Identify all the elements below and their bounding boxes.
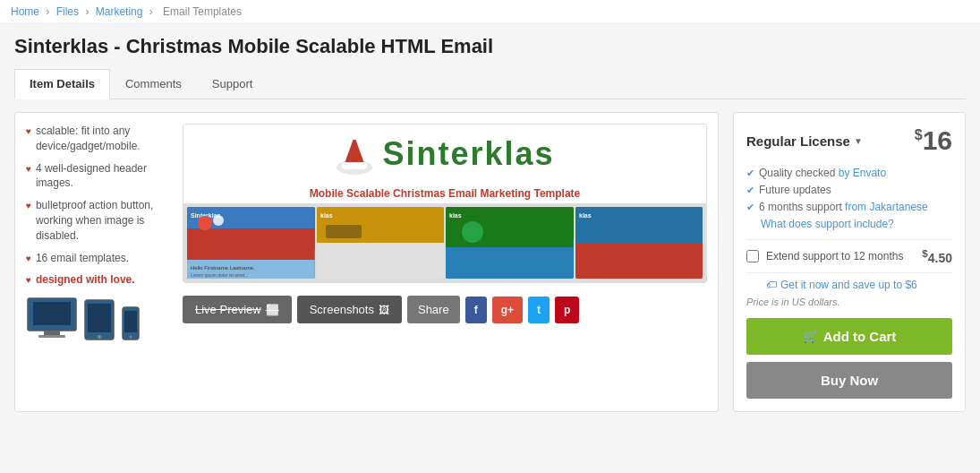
left-panel: ♥ scalable: fit into any device/gadget/m… <box>14 112 719 412</box>
feature-2: ♥ 4 well-designed header images. <box>26 161 174 192</box>
preview-header: Sinterklas Mobile Scalable Christmas Ema… <box>183 124 707 283</box>
breadcrumb: Home › Files › Marketing › Email Templat… <box>0 0 980 24</box>
check-icon-2: ✔ <box>746 185 754 196</box>
thumb-4: klas Y DEAL OFF <box>575 207 703 279</box>
svg-text:klas: klas <box>449 212 462 219</box>
feature-quality: ✔ Quality checked by Envato <box>746 167 952 179</box>
price-note: Price is in US dollars. <box>746 297 952 307</box>
envato-link[interactable]: by Envato <box>839 167 886 179</box>
live-preview-button[interactable]: Live Preview ⬜ <box>183 296 292 323</box>
svg-rect-30 <box>575 207 703 243</box>
device-preview <box>26 297 174 344</box>
monitor-small-icon: ⬜ <box>266 304 279 316</box>
right-panel: Regular License ▼ $16 ✔ Quality checked … <box>733 112 966 412</box>
buy-now-button[interactable]: Buy Now <box>746 362 952 399</box>
facebook-button[interactable]: f <box>465 297 487 323</box>
tag-icon: 🏷 <box>766 279 777 291</box>
feature-support-info: What does support include? <box>746 218 952 230</box>
breadcrumb-current: Email Templates <box>163 5 242 18</box>
tab-comments[interactable]: Comments <box>110 69 197 99</box>
santa-hat-graphic <box>335 132 375 176</box>
tablet-icon <box>83 298 117 341</box>
svg-point-28 <box>462 221 483 243</box>
feature-1: ♥ scalable: fit into any device/gadget/m… <box>26 124 174 154</box>
heart-icon-4: ♥ <box>26 253 31 265</box>
heart-icon-5: ♥ <box>26 274 31 287</box>
license-features: ✔ Quality checked by Envato ✔ Future upd… <box>746 167 952 230</box>
extend-price: $4.50 <box>922 247 952 265</box>
content-area: ♥ scalable: fit into any device/gadget/m… <box>14 112 966 412</box>
pinterest-button[interactable]: p <box>555 297 579 323</box>
svg-rect-1 <box>33 302 71 325</box>
svg-point-17 <box>198 216 212 230</box>
screenshots-button[interactable]: Screenshots 🖼 <box>297 296 402 323</box>
tab-bar: Item Details Comments Support <box>14 69 966 99</box>
breadcrumb-files[interactable]: Files <box>56 5 79 18</box>
feature-4: ♥ 16 email templates. <box>26 251 174 266</box>
price-display: $16 <box>915 125 952 156</box>
svg-text:Hello Firstname Lastname,: Hello Firstname Lastname, <box>191 265 255 271</box>
svg-rect-2 <box>44 331 60 335</box>
svg-rect-24 <box>326 225 362 238</box>
breadcrumb-home[interactable]: Home <box>11 5 39 18</box>
license-label: Regular License ▼ <box>746 133 863 149</box>
phone-icon <box>121 305 141 341</box>
svg-point-18 <box>213 215 224 226</box>
share-button[interactable]: Share <box>407 296 460 323</box>
feature-updates: ✔ Future updates <box>746 184 952 196</box>
heart-icon-1: ♥ <box>26 125 31 138</box>
tab-item-details[interactable]: Item Details <box>14 69 110 99</box>
item-preview: ♥ scalable: fit into any device/gadget/m… <box>26 124 707 344</box>
svg-point-13 <box>351 133 358 140</box>
screenshots-label: Screenshots <box>310 303 374 316</box>
svg-rect-3 <box>38 335 65 338</box>
save-tag: 🏷 Get it now and save up to $6 <box>746 279 952 291</box>
svg-text:klas: klas <box>579 212 592 219</box>
thumb-3: klas <box>446 207 574 279</box>
svg-point-9 <box>130 336 132 339</box>
twitter-button[interactable]: t <box>528 297 550 323</box>
svg-rect-12 <box>342 162 367 169</box>
svg-marker-11 <box>344 136 365 166</box>
extend-support-checkbox[interactable] <box>746 250 759 262</box>
svg-rect-16 <box>187 228 315 260</box>
svg-rect-8 <box>124 311 137 332</box>
feature-support: ✔ 6 months support from Jakartanese <box>746 201 952 213</box>
svg-text:klas: klas <box>320 212 333 219</box>
svg-rect-29 <box>446 247 574 279</box>
breadcrumb-marketing[interactable]: Marketing <box>96 5 143 18</box>
thumb-1: Sinterklas Hello Firstname Lastname, Lor… <box>187 207 315 279</box>
jakartanese-link[interactable]: from Jakartanese <box>845 201 928 213</box>
page-title: Sinterklas - Christmas Mobile Scalable H… <box>14 35 966 58</box>
heart-icon-3: ♥ <box>26 200 31 212</box>
check-icon-3: ✔ <box>746 202 754 213</box>
image-icon: 🖼 <box>379 304 389 316</box>
svg-rect-5 <box>88 304 111 332</box>
svg-rect-25 <box>317 243 445 279</box>
sinterklas-logo: Sinterklas <box>183 125 706 184</box>
license-dropdown-icon: ▼ <box>854 136 863 146</box>
svg-text:Lorem ipsum dolor sit amet...: Lorem ipsum dolor sit amet... <box>191 272 248 278</box>
sinterklas-title: Sinterklas <box>382 135 554 173</box>
add-to-cart-button[interactable]: 🛒 Add to Cart <box>746 318 952 355</box>
cart-icon: 🛒 <box>803 329 818 343</box>
feature-3: ♥ bulletproof action button, working whe… <box>26 198 174 243</box>
license-row: Regular License ▼ $16 <box>746 125 952 156</box>
preview-subtitle: Mobile Scalable Christmas Email Marketin… <box>183 184 706 203</box>
main-preview-area: Sinterklas Mobile Scalable Christmas Ema… <box>183 124 707 344</box>
tab-support[interactable]: Support <box>197 69 268 99</box>
features-panel: ♥ scalable: fit into any device/gadget/m… <box>26 124 174 344</box>
save-link[interactable]: Get it now and save up to $6 <box>780 279 917 291</box>
heart-icon-2: ♥ <box>26 163 31 176</box>
svg-point-6 <box>98 335 101 339</box>
thumb-2: klas <box>317 207 445 279</box>
support-include-link[interactable]: What does support include? <box>761 218 894 230</box>
google-plus-button[interactable]: g+ <box>492 297 523 323</box>
main-container: Sinterklas - Christmas Mobile Scalable H… <box>0 24 980 423</box>
live-preview-label: Live Preview <box>195 303 261 316</box>
extend-support-row: Extend support to 12 months $4.50 <box>746 239 952 273</box>
monitor-icon <box>26 297 80 341</box>
feature-5: ♥ designed with love. <box>26 272 174 288</box>
template-thumbs: Sinterklas Hello Firstname Lastname, Lor… <box>183 203 706 282</box>
check-icon-1: ✔ <box>746 168 754 179</box>
